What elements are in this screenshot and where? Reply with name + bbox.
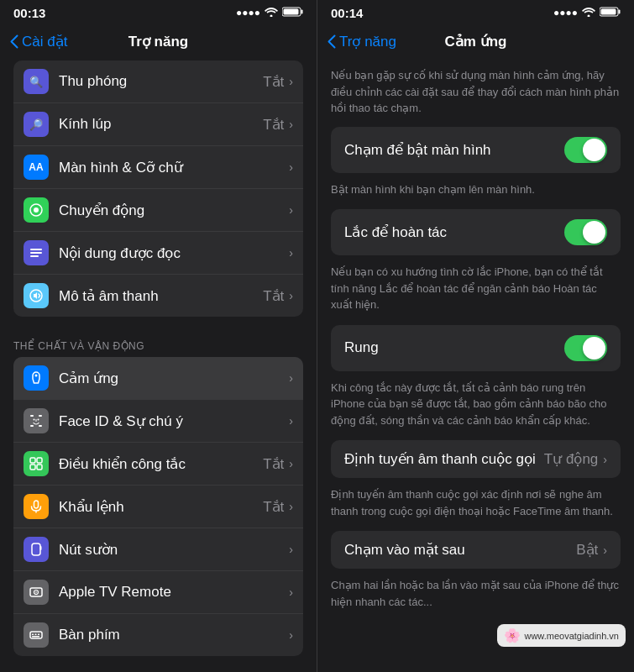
svg-point-5 (34, 207, 39, 213)
left-item-switch[interactable]: Điều khiển công tắc Tắt › (13, 443, 303, 486)
audio-routing-desc: Định tuyến âm thanh cuộc gọi xác định nơ… (317, 481, 634, 531)
svg-rect-8 (30, 255, 39, 257)
magnifier-icon: 🔎 (24, 112, 49, 137)
display-label: Màn hình & Cỡ chữ (59, 159, 289, 176)
tap-to-wake-desc: Bật màn hình khi bạn chạm lên màn hình. (317, 176, 634, 210)
left-item-magnifier[interactable]: 🔎 Kính lúp Tắt › (13, 103, 303, 146)
left-wifi-icon (265, 7, 278, 19)
left-panel: 00:13 ●●●● (0, 0, 317, 672)
vibration-row[interactable]: Rung (331, 325, 621, 371)
watermark: 🌸 www.meovatgiadinh.vn (497, 624, 626, 647)
switch-chevron: › (289, 457, 293, 470)
voice-label: Khẩu lệnh (59, 498, 263, 516)
switch-label: Điều khiển công tắc (59, 455, 263, 473)
left-status-icons: ●●●● (236, 7, 303, 19)
display-chevron: › (289, 160, 293, 174)
left-signal-icon: ●●●● (236, 7, 260, 18)
left-item-keyboard[interactable]: Bàn phím › (13, 614, 303, 656)
right-back-button[interactable]: Trợ năng (327, 33, 396, 50)
svg-rect-12 (39, 415, 42, 417)
zoom-chevron: › (289, 75, 293, 88)
tap-to-wake-row[interactable]: Chạm để bật màn hình (331, 127, 621, 173)
left-item-appletv[interactable]: Apple TV Remote › (13, 571, 303, 614)
svg-rect-35 (619, 9, 621, 13)
right-back-label: Trợ năng (339, 33, 396, 50)
section-physical: THỂ CHẤT VÀ VẬN ĐỘNG (0, 323, 317, 357)
back-tap-chevron: › (603, 543, 607, 557)
left-item-audiodesc[interactable]: Mô tả âm thanh Tắt › (13, 275, 303, 317)
sidebutton-icon (24, 537, 49, 562)
zoom-icon: 🔍 (24, 69, 49, 94)
watermark-text: www.meovatgiadinh.vn (524, 631, 619, 641)
right-time: 00:14 (331, 6, 363, 20)
appletv-chevron: › (289, 585, 293, 599)
right-status-bar: 00:14 ●●●● (317, 0, 634, 24)
back-tap-row[interactable]: Chạm vào mặt sau Bật › (331, 531, 621, 569)
left-item-display[interactable]: AA Màn hình & Cỡ chữ › (13, 146, 303, 189)
left-item-touch[interactable]: Cảm ứng › (13, 357, 303, 400)
left-bottom-list: Cảm ứng › Face ID & Sự chú ý › (13, 357, 303, 656)
magnifier-chevron: › (289, 118, 293, 131)
left-back-button[interactable]: Cài đặt (10, 33, 67, 50)
svg-point-15 (34, 419, 35, 421)
svg-rect-19 (30, 465, 35, 470)
switch-value: Tắt (263, 455, 284, 473)
shake-undo-row[interactable]: Lắc để hoàn tác (331, 209, 621, 255)
content-icon (24, 240, 49, 265)
audio-routing-value: Tự động (544, 450, 598, 468)
svg-rect-17 (30, 458, 35, 463)
svg-rect-30 (35, 634, 37, 636)
left-item-faceid[interactable]: Face ID & Sự chú ý › (13, 400, 303, 443)
right-signal-icon: ●●●● (553, 7, 578, 18)
right-wifi-icon (582, 7, 595, 19)
left-item-motion[interactable]: Chuyển động › (13, 189, 303, 232)
audiodesc-label: Mô tả âm thanh (59, 287, 263, 305)
motion-chevron: › (289, 203, 293, 217)
left-back-label: Cài đặt (22, 33, 67, 50)
zoom-value: Tắt (263, 73, 284, 91)
left-item-sidebutton[interactable]: Nút sườn › (13, 528, 303, 571)
left-battery-icon (282, 7, 303, 19)
display-icon: AA (24, 155, 49, 180)
tap-to-wake-label: Chạm để bật màn hình (344, 141, 491, 159)
svg-rect-24 (40, 546, 42, 550)
motion-label: Chuyển động (59, 202, 289, 219)
audio-routing-right: Tự động › (544, 450, 607, 468)
left-top-list: 🔍 Thu phóng Tắt › 🔎 Kính lúp Tắt › AA Mà… (13, 60, 303, 317)
faceid-icon (24, 408, 49, 433)
svg-rect-2 (301, 9, 303, 13)
shake-undo-toggle[interactable] (564, 219, 607, 245)
svg-rect-13 (30, 425, 34, 427)
magnifier-value: Tắt (263, 116, 284, 134)
back-tap-desc: Chạm hai lần hoặc ba lần vào mặt sau của… (317, 572, 634, 622)
svg-rect-20 (37, 465, 42, 470)
svg-point-10 (35, 375, 38, 377)
voice-icon (24, 494, 49, 519)
content-chevron: › (289, 246, 293, 260)
svg-rect-11 (30, 415, 34, 417)
svg-rect-3 (284, 8, 299, 14)
audiodesc-value: Tắt (263, 287, 284, 305)
touch-label: Cảm ứng (59, 370, 289, 387)
left-item-zoom[interactable]: 🔍 Thu phóng Tắt › (13, 60, 303, 103)
svg-rect-7 (30, 252, 42, 254)
audio-routing-row[interactable]: Định tuyến âm thanh cuộc gọi Tự động › (331, 440, 621, 478)
right-panel: 00:14 ●●●● (317, 0, 634, 672)
tap-to-wake-toggle[interactable] (564, 137, 607, 163)
svg-rect-36 (601, 8, 616, 14)
zoom-label: Thu phóng (59, 73, 263, 90)
vibration-toggle[interactable] (564, 335, 607, 361)
svg-point-16 (38, 419, 39, 421)
sidebutton-chevron: › (289, 543, 293, 556)
magnifier-label: Kính lúp (59, 116, 263, 133)
right-scroll-content[interactable]: Nếu bạn gặp sự cố khi sử dụng màn hình c… (317, 60, 634, 672)
back-tap-label: Chạm vào mặt sau (344, 541, 465, 559)
shake-undo-label: Lắc để hoàn tác (344, 223, 447, 241)
audiodesc-chevron: › (289, 289, 293, 302)
sidebutton-label: Nút sườn (59, 541, 289, 559)
left-item-voice[interactable]: Khẩu lệnh Tắt › (13, 486, 303, 528)
audiodesc-icon (24, 283, 49, 308)
left-time: 00:13 (13, 6, 45, 20)
left-item-content[interactable]: Nội dung được đọc › (13, 232, 303, 275)
right-intro-text: Nếu bạn gặp sự cố khi sử dụng màn hình c… (317, 60, 634, 127)
